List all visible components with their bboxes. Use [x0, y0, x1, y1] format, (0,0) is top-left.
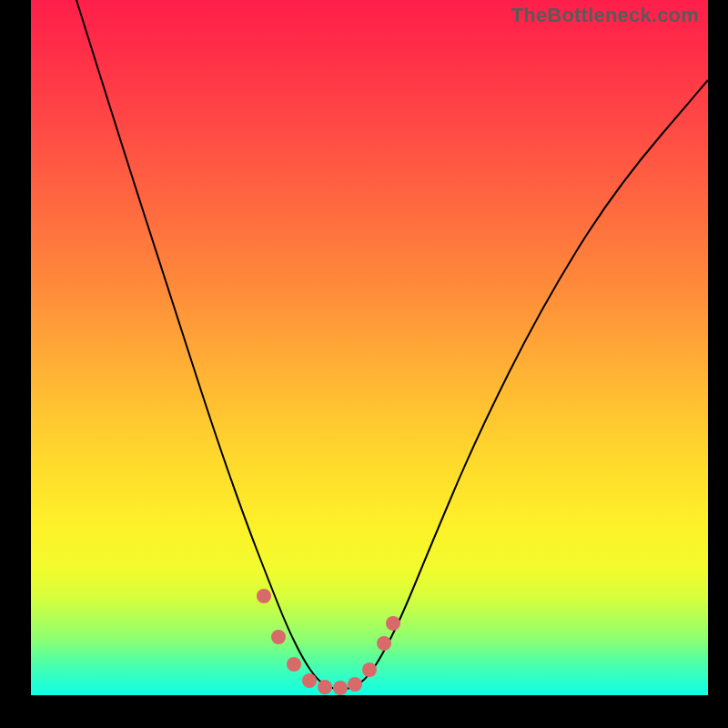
highlight-dot — [302, 673, 317, 688]
bottleneck-curve — [76, 0, 708, 689]
highlight-dot — [386, 616, 400, 631]
highlight-dot — [318, 680, 332, 694]
chart-svg — [31, 0, 708, 695]
highlight-dot — [377, 636, 391, 651]
highlight-dot — [257, 589, 271, 603]
chart-plot-area: TheBottleneck.com — [31, 0, 708, 695]
highlight-dot — [348, 677, 362, 692]
highlight-dot — [287, 657, 301, 672]
highlight-dot — [362, 662, 377, 677]
highlight-dot — [333, 681, 348, 695]
highlight-dot — [271, 630, 286, 644]
